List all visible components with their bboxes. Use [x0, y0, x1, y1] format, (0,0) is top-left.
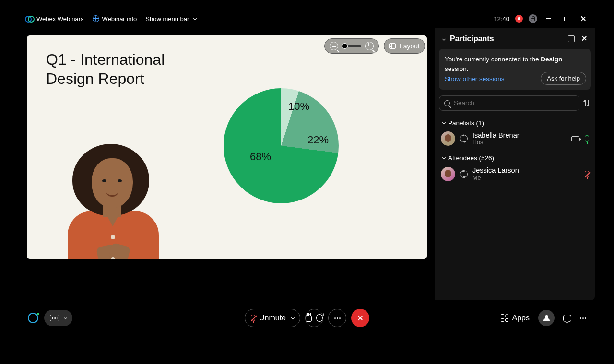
- globe-icon: [93, 15, 99, 22]
- panel-more-button[interactable]: [580, 317, 586, 319]
- close-icon: [357, 315, 363, 321]
- webex-logo-icon: [25, 16, 34, 22]
- participant-row[interactable]: Jessica Larson Me: [439, 164, 591, 184]
- close-icon: [580, 16, 586, 22]
- camera-icon[interactable]: [571, 136, 579, 141]
- sync-icon: [460, 135, 468, 142]
- avatar: [441, 131, 455, 146]
- search-icon: [444, 100, 450, 106]
- avatar: [441, 167, 455, 181]
- search-input[interactable]: [454, 99, 574, 106]
- pie-label-0: 10%: [288, 100, 309, 113]
- clock: 12:40: [494, 15, 509, 23]
- participants-button[interactable]: [538, 310, 555, 326]
- layout-icon: [389, 43, 396, 49]
- chevron-down-icon: [193, 16, 197, 20]
- captions-button[interactable]: CC: [44, 310, 72, 326]
- sync-icon: [460, 170, 468, 178]
- shared-slide: Q1 - International Design Report 10%: [27, 35, 427, 259]
- mic-muted-icon: [251, 315, 255, 321]
- chevron-down-icon: [291, 316, 295, 319]
- session-notice: You're currently connected to the Design…: [439, 49, 591, 90]
- more-options-button[interactable]: [328, 309, 346, 327]
- participant-role: Host: [472, 139, 521, 146]
- zoom-slider[interactable]: [342, 45, 361, 47]
- participant-row[interactable]: Isabella Brenan Host: [439, 129, 591, 149]
- reactions-icon: +: [316, 314, 323, 322]
- chevron-down-icon[interactable]: [442, 37, 446, 40]
- minimize-icon: [546, 18, 551, 19]
- pie-label-2: 68%: [250, 151, 271, 163]
- pie-chart: 10% 22% 68%: [224, 88, 339, 203]
- ask-for-help-button[interactable]: Ask for help: [541, 72, 586, 85]
- panel-title: Participants: [450, 35, 494, 43]
- window-close-button[interactable]: [578, 13, 589, 24]
- slide-title: Q1 - International Design Report: [46, 50, 165, 88]
- notice-session: Design: [541, 56, 562, 63]
- participants-icon: [543, 315, 550, 321]
- recording-indicator-icon[interactable]: [515, 15, 523, 23]
- cc-icon: CC: [50, 315, 59, 321]
- leave-meeting-button[interactable]: [351, 309, 369, 327]
- chat-button[interactable]: [563, 315, 571, 322]
- popout-icon[interactable]: [568, 35, 575, 42]
- raise-hand-button[interactable]: +: [305, 309, 323, 327]
- participant-name: Jessica Larson: [472, 166, 519, 175]
- zoom-out-icon[interactable]: [330, 42, 338, 50]
- app-name: Webex Webinars: [36, 15, 84, 23]
- webinar-info-button[interactable]: Webinar info: [93, 15, 137, 23]
- zoom-control[interactable]: [324, 38, 379, 54]
- maximize-icon: [564, 17, 568, 21]
- titlebar: Webex Webinars Webinar info Show menu ba…: [19, 10, 595, 28]
- chevron-down-icon: [64, 316, 67, 319]
- participant-name: Isabella Brenan: [472, 131, 521, 140]
- mic-on-icon[interactable]: [585, 135, 589, 142]
- window-maximize-button[interactable]: [560, 13, 572, 24]
- window-minimize-button[interactable]: [543, 13, 555, 24]
- show-other-sessions-link[interactable]: Show other sessions: [445, 75, 505, 82]
- webinar-info-label: Webinar info: [102, 15, 137, 23]
- lock-indicator[interactable]: [529, 14, 537, 23]
- participants-panel: Participants You're currently connected …: [435, 28, 595, 300]
- participant-role: Me: [472, 175, 519, 181]
- stage: Layout Q1 - International Design Report: [19, 28, 435, 300]
- panel-close-button[interactable]: [581, 35, 587, 41]
- notice-suffix: session.: [445, 65, 469, 72]
- more-icon: [334, 317, 341, 319]
- layout-button[interactable]: Layout: [384, 38, 425, 54]
- app-brand: Webex Webinars: [25, 15, 84, 23]
- unmute-button[interactable]: Unmute: [245, 309, 300, 327]
- panelists-group-header[interactable]: Panelists (1): [439, 117, 591, 129]
- show-menu-bar-button[interactable]: Show menu bar: [145, 15, 196, 23]
- zoom-in-icon[interactable]: [365, 42, 374, 50]
- chevron-down-icon: [442, 156, 446, 159]
- layout-label: Layout: [400, 42, 420, 50]
- attendees-group-header[interactable]: Attendees (526): [439, 153, 591, 164]
- app-window: Webex Webinars Webinar info Show menu ba…: [19, 10, 595, 336]
- search-input-wrapper[interactable]: [439, 95, 579, 111]
- slide-title-line1: Q1 - International: [46, 50, 165, 69]
- network-status-icon[interactable]: [28, 313, 38, 323]
- apps-label: Apps: [512, 314, 530, 322]
- show-menu-label: Show menu bar: [145, 15, 189, 23]
- attendees-label: Attendees (526): [448, 154, 494, 162]
- presenter-image: [53, 139, 173, 259]
- sort-button[interactable]: [583, 99, 591, 107]
- pie-label-1: 22%: [307, 134, 329, 146]
- apps-button[interactable]: Apps: [501, 314, 530, 322]
- raise-hand-icon: [306, 314, 312, 322]
- slide-title-line2: Design Report: [46, 69, 165, 88]
- notice-prefix: You're currently connected to the: [445, 56, 541, 63]
- apps-icon: [501, 314, 508, 322]
- mic-muted-icon[interactable]: [585, 171, 589, 177]
- chevron-down-icon: [442, 121, 446, 124]
- unmute-label: Unmute: [259, 314, 286, 322]
- panelists-label: Panelists (1): [448, 119, 484, 127]
- bottom-toolbar: CC Unmute + Apps: [19, 300, 595, 336]
- lock-icon: [531, 18, 535, 21]
